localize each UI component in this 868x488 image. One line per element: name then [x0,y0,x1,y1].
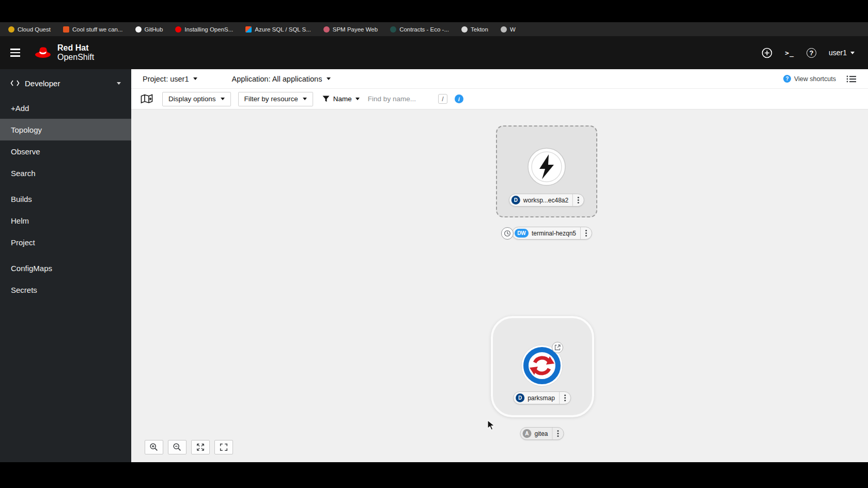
mouse-cursor [487,420,495,433]
sidebar-navigation: Developer +Add Topology Observe Search B… [0,69,131,462]
bookmark-cloud-quest[interactable]: Cloud Quest [8,26,51,33]
topology-legend-button[interactable] [138,92,155,106]
deployment-badge: D [512,196,520,204]
name-filter-dropdown[interactable]: Name [322,95,360,103]
gitea-node-label[interactable]: A gitea [520,427,564,440]
application-dropdown[interactable]: Application: All applications [231,75,331,83]
quick-create-button[interactable] [762,48,772,58]
kebab-icon [564,397,566,399]
parksmap-node-name: parksmap [528,395,555,402]
web-terminal-button[interactable]: >_ [785,49,794,57]
bookmark-installing-openshift[interactable]: Installing OpenS... [175,26,233,33]
find-by-name-input[interactable] [368,95,434,103]
sidebar-item-helm[interactable]: Helm [0,210,131,231]
gitea-kebab-menu[interactable] [552,428,564,439]
brand-openshift: OpenShift [57,53,94,62]
bookmark-w[interactable]: W [501,26,516,33]
sidebar-item-project[interactable]: Project [0,231,131,253]
workspace-kebab-menu[interactable] [572,194,584,206]
help-icon: ? [807,48,816,58]
topology-canvas[interactable]: D worksp...ec48a2 DW terminal-hezqn5 [131,109,868,462]
help-menu-button[interactable]: ? [807,48,816,58]
help-circle-icon: ? [783,75,791,83]
redhat-openshift-logo: Red Hat OpenShift [34,43,94,61]
bookmark-spm-payee[interactable]: SPM Payee Web [323,26,378,33]
parksmap-node-label[interactable]: D parksmap [513,391,571,404]
workspace-node[interactable] [527,147,566,186]
list-view-toggle-button[interactable] [846,75,857,83]
info-icon[interactable]: i [455,95,463,103]
terminal-kebab-menu[interactable] [580,227,592,239]
contracts-favicon [390,26,396,33]
bookmark-label: Tekton [471,26,488,33]
chevron-down-icon [327,77,331,80]
sidebar-item-topology[interactable]: Topology [0,119,131,140]
bookmark-contracts[interactable]: Contracts - Eco -... [390,26,449,33]
filter-by-resource-label: Filter by resource [244,95,298,103]
terminal-node-label[interactable]: DW terminal-hezqn5 [512,227,592,240]
view-shortcuts-label: View shortcuts [794,75,836,83]
display-options-dropdown[interactable]: Display options [162,92,231,106]
chevron-down-icon [303,98,307,100]
bookmark-cool-stuff[interactable]: Cool stuff we can... [63,26,123,33]
chevron-down-icon [117,82,121,85]
deployment-badge: D [516,393,524,402]
external-link-icon [554,344,561,351]
zoom-out-icon [173,443,182,452]
zoom-in-icon [149,443,159,452]
devworkspace-decorator-icon [504,230,511,237]
parksmap-kebab-menu[interactable] [559,392,570,404]
bookmark-label: GitHub [145,26,163,33]
chevron-down-icon [193,77,197,80]
book-favicon [63,26,69,33]
display-options-label: Display options [168,95,216,103]
sidebar-item-observe[interactable]: Observe [0,140,131,162]
chevron-down-icon [850,52,855,54]
user-menu[interactable]: user1 [829,49,855,57]
name-filter-label: Name [333,95,352,103]
zoom-in-button[interactable] [145,440,163,454]
sidebar-item-add[interactable]: +Add [0,97,131,119]
fit-to-screen-icon [196,443,205,452]
filter-by-resource-dropdown[interactable]: Filter by resource [238,92,313,106]
app-body: Developer +Add Topology Observe Search B… [0,69,868,462]
terminal-node-row: DW terminal-hezqn5 [501,227,592,240]
workspace-node-name: worksp...ec48a2 [523,197,568,204]
sidebar-item-builds[interactable]: Builds [0,188,131,210]
project-dropdown[interactable]: Project: user1 [143,75,197,83]
view-shortcuts-button[interactable]: ? View shortcuts [783,75,836,83]
gitea-node-name: gitea [534,430,548,437]
devworkspace-lightning-icon [527,147,566,186]
globe-favicon [501,26,507,33]
devworkspace-badge: DW [515,229,529,238]
main-content: Project: user1 Application: All applicat… [131,69,868,462]
terminal-decorator[interactable] [501,227,514,240]
bookmark-tekton[interactable]: Tekton [461,26,488,33]
chevron-down-icon [355,98,360,100]
fit-to-screen-button[interactable] [191,440,210,454]
perspective-label: Developer [25,79,60,88]
sidebar-item-secrets[interactable]: Secrets [0,279,131,301]
kebab-icon [557,433,559,434]
spm-favicon [323,26,330,33]
bookmark-azure-sql[interactable]: Azure SQL / SQL S... [245,26,311,33]
application-dropdown-label: Application: All applications [231,75,322,83]
chevron-down-icon [221,98,225,100]
hamburger-menu-button[interactable] [10,49,20,57]
topology-legend-icon [141,94,153,104]
fullscreen-button[interactable] [214,440,233,454]
plus-circle-icon [762,48,772,58]
bookmark-label: Contracts - Eco -... [399,26,449,33]
zoom-out-button[interactable] [168,440,187,454]
bookmark-label: Installing OpenS... [184,26,233,33]
github-favicon [135,26,142,33]
sidebar-item-configmaps[interactable]: ConfigMaps [0,257,131,279]
workspace-node-label[interactable]: D worksp...ec48a2 [509,194,584,207]
sidebar-item-search[interactable]: Search [0,162,131,184]
tekton-favicon [461,26,468,33]
bookmark-github[interactable]: GitHub [135,26,163,33]
edit-source-decorator[interactable] [552,342,563,353]
application-badge: A [522,429,531,438]
perspective-switcher[interactable]: Developer [0,69,131,97]
context-bar-right: ? View shortcuts [783,75,857,83]
